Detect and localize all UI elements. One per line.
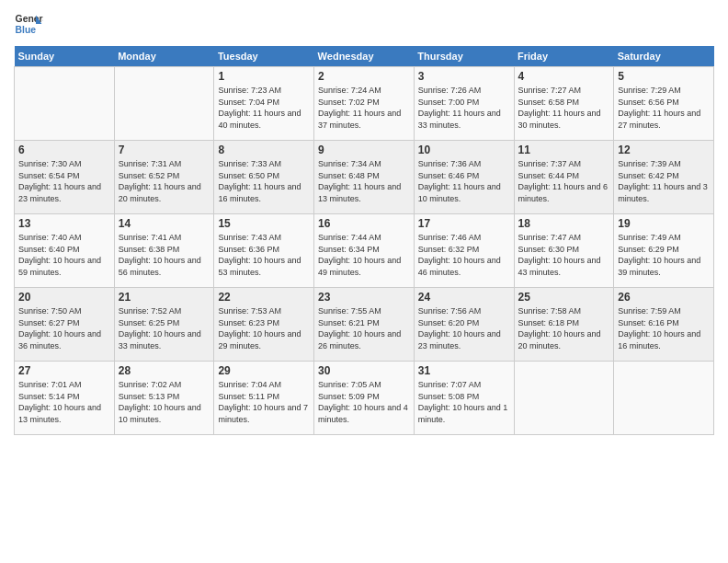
calendar-week-4: 20Sunrise: 7:50 AM Sunset: 6:27 PM Dayli… (15, 288, 714, 362)
day-number: 20 (18, 291, 110, 304)
day-info: Sunrise: 7:05 AM Sunset: 5:09 PM Dayligh… (318, 379, 410, 425)
calendar-cell (114, 67, 214, 141)
day-info: Sunrise: 7:43 AM Sunset: 6:36 PM Dayligh… (218, 232, 310, 278)
calendar-cell: 25Sunrise: 7:58 AM Sunset: 6:18 PM Dayli… (514, 288, 614, 362)
day-number: 19 (618, 217, 710, 230)
day-number: 30 (318, 364, 410, 377)
day-number: 12 (618, 144, 710, 156)
day-info: Sunrise: 7:39 AM Sunset: 6:42 PM Dayligh… (618, 158, 710, 204)
calendar-cell: 15Sunrise: 7:43 AM Sunset: 6:36 PM Dayli… (214, 214, 314, 288)
day-number: 25 (518, 291, 610, 304)
day-info: Sunrise: 7:46 AM Sunset: 6:32 PM Dayligh… (418, 232, 510, 278)
day-info: Sunrise: 7:04 AM Sunset: 5:11 PM Dayligh… (218, 379, 310, 425)
calendar-cell: 4Sunrise: 7:27 AM Sunset: 6:58 PM Daylig… (514, 67, 614, 141)
calendar-week-1: 1Sunrise: 7:23 AM Sunset: 7:04 PM Daylig… (15, 67, 714, 141)
calendar-cell: 1Sunrise: 7:23 AM Sunset: 7:04 PM Daylig… (214, 67, 314, 141)
calendar-cell: 20Sunrise: 7:50 AM Sunset: 6:27 PM Dayli… (15, 288, 115, 362)
calendar-cell: 10Sunrise: 7:36 AM Sunset: 6:46 PM Dayli… (414, 141, 514, 214)
day-number: 3 (418, 70, 510, 83)
day-info: Sunrise: 7:40 AM Sunset: 6:40 PM Dayligh… (18, 232, 110, 278)
day-number: 24 (418, 291, 510, 304)
day-info: Sunrise: 7:01 AM Sunset: 5:14 PM Dayligh… (18, 379, 110, 425)
calendar-week-2: 6Sunrise: 7:30 AM Sunset: 6:54 PM Daylig… (15, 141, 714, 214)
weekday-header-thursday: Thursday (414, 46, 514, 67)
day-info: Sunrise: 7:41 AM Sunset: 6:38 PM Dayligh… (119, 232, 210, 278)
logo: General Blue (14, 9, 43, 39)
calendar-cell (614, 362, 714, 435)
weekday-header-sunday: Sunday (15, 46, 115, 67)
calendar-cell: 28Sunrise: 7:02 AM Sunset: 5:13 PM Dayli… (114, 362, 214, 435)
day-number: 7 (119, 144, 210, 156)
day-info: Sunrise: 7:52 AM Sunset: 6:25 PM Dayligh… (119, 305, 210, 351)
day-number: 14 (119, 217, 210, 230)
day-number: 26 (618, 291, 710, 304)
calendar-cell: 31Sunrise: 7:07 AM Sunset: 5:08 PM Dayli… (414, 362, 514, 435)
day-number: 15 (218, 217, 310, 230)
day-info: Sunrise: 7:58 AM Sunset: 6:18 PM Dayligh… (518, 305, 610, 351)
day-info: Sunrise: 7:31 AM Sunset: 6:52 PM Dayligh… (119, 158, 210, 204)
calendar-cell: 13Sunrise: 7:40 AM Sunset: 6:40 PM Dayli… (15, 214, 115, 288)
day-number: 13 (18, 217, 110, 230)
calendar-cell: 2Sunrise: 7:24 AM Sunset: 7:02 PM Daylig… (314, 67, 415, 141)
calendar-cell: 9Sunrise: 7:34 AM Sunset: 6:48 PM Daylig… (314, 141, 415, 214)
calendar-table: SundayMondayTuesdayWednesdayThursdayFrid… (14, 46, 714, 435)
calendar-cell: 12Sunrise: 7:39 AM Sunset: 6:42 PM Dayli… (614, 141, 714, 214)
day-info: Sunrise: 7:55 AM Sunset: 6:21 PM Dayligh… (318, 305, 410, 351)
day-info: Sunrise: 7:47 AM Sunset: 6:30 PM Dayligh… (518, 232, 610, 278)
weekday-header-friday: Friday (514, 46, 614, 67)
day-number: 8 (218, 144, 310, 156)
day-number: 22 (218, 291, 310, 304)
day-number: 9 (318, 144, 410, 156)
day-info: Sunrise: 7:30 AM Sunset: 6:54 PM Dayligh… (18, 158, 110, 204)
day-number: 5 (618, 70, 710, 83)
page-header: General Blue (14, 9, 714, 39)
calendar-cell: 17Sunrise: 7:46 AM Sunset: 6:32 PM Dayli… (414, 214, 514, 288)
day-info: Sunrise: 7:56 AM Sunset: 6:20 PM Dayligh… (418, 305, 510, 351)
calendar-cell: 22Sunrise: 7:53 AM Sunset: 6:23 PM Dayli… (214, 288, 314, 362)
svg-text:Blue: Blue (16, 25, 37, 35)
calendar-cell: 29Sunrise: 7:04 AM Sunset: 5:11 PM Dayli… (214, 362, 314, 435)
day-number: 18 (518, 217, 610, 230)
day-info: Sunrise: 7:26 AM Sunset: 7:00 PM Dayligh… (418, 85, 510, 131)
day-info: Sunrise: 7:29 AM Sunset: 6:56 PM Dayligh… (618, 85, 710, 131)
day-number: 11 (518, 144, 610, 156)
calendar-cell: 8Sunrise: 7:33 AM Sunset: 6:50 PM Daylig… (214, 141, 314, 214)
weekday-header-row: SundayMondayTuesdayWednesdayThursdayFrid… (15, 46, 714, 67)
calendar-cell: 6Sunrise: 7:30 AM Sunset: 6:54 PM Daylig… (15, 141, 115, 214)
day-info: Sunrise: 7:49 AM Sunset: 6:29 PM Dayligh… (618, 232, 710, 278)
calendar-cell: 14Sunrise: 7:41 AM Sunset: 6:38 PM Dayli… (114, 214, 214, 288)
day-info: Sunrise: 7:07 AM Sunset: 5:08 PM Dayligh… (418, 379, 510, 425)
calendar-cell (514, 362, 614, 435)
day-number: 31 (418, 364, 510, 377)
calendar-cell: 5Sunrise: 7:29 AM Sunset: 6:56 PM Daylig… (614, 67, 714, 141)
day-number: 4 (518, 70, 610, 83)
calendar-cell: 16Sunrise: 7:44 AM Sunset: 6:34 PM Dayli… (314, 214, 415, 288)
day-number: 27 (18, 364, 110, 377)
day-info: Sunrise: 7:37 AM Sunset: 6:44 PM Dayligh… (518, 158, 610, 204)
day-number: 2 (318, 70, 410, 83)
day-info: Sunrise: 7:53 AM Sunset: 6:23 PM Dayligh… (218, 305, 310, 351)
calendar-cell: 11Sunrise: 7:37 AM Sunset: 6:44 PM Dayli… (514, 141, 614, 214)
weekday-header-wednesday: Wednesday (314, 46, 415, 67)
calendar-cell: 19Sunrise: 7:49 AM Sunset: 6:29 PM Dayli… (614, 214, 714, 288)
calendar-cell (15, 67, 115, 141)
day-number: 28 (119, 364, 210, 377)
day-number: 16 (318, 217, 410, 230)
day-number: 21 (119, 291, 210, 304)
calendar-cell: 7Sunrise: 7:31 AM Sunset: 6:52 PM Daylig… (114, 141, 214, 214)
day-info: Sunrise: 7:44 AM Sunset: 6:34 PM Dayligh… (318, 232, 410, 278)
calendar-cell: 27Sunrise: 7:01 AM Sunset: 5:14 PM Dayli… (15, 362, 115, 435)
day-info: Sunrise: 7:24 AM Sunset: 7:02 PM Dayligh… (318, 85, 410, 131)
calendar-cell: 24Sunrise: 7:56 AM Sunset: 6:20 PM Dayli… (414, 288, 514, 362)
calendar-cell: 18Sunrise: 7:47 AM Sunset: 6:30 PM Dayli… (514, 214, 614, 288)
day-info: Sunrise: 7:33 AM Sunset: 6:50 PM Dayligh… (218, 158, 310, 204)
weekday-header-tuesday: Tuesday (214, 46, 314, 67)
day-info: Sunrise: 7:36 AM Sunset: 6:46 PM Dayligh… (418, 158, 510, 204)
day-number: 1 (218, 70, 310, 83)
calendar-cell: 3Sunrise: 7:26 AM Sunset: 7:00 PM Daylig… (414, 67, 514, 141)
calendar-cell: 26Sunrise: 7:59 AM Sunset: 6:16 PM Dayli… (614, 288, 714, 362)
day-number: 17 (418, 217, 510, 230)
calendar-week-5: 27Sunrise: 7:01 AM Sunset: 5:14 PM Dayli… (15, 362, 714, 435)
day-info: Sunrise: 7:59 AM Sunset: 6:16 PM Dayligh… (618, 305, 710, 351)
day-info: Sunrise: 7:50 AM Sunset: 6:27 PM Dayligh… (18, 305, 110, 351)
